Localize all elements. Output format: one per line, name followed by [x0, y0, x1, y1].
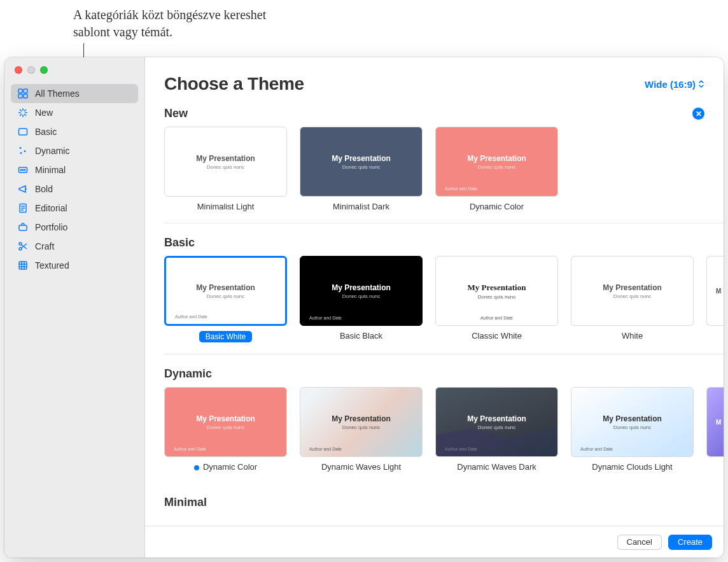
theme-thumbnail[interactable]: My PresentationDonec quis nuncAuthor and…: [435, 256, 558, 326]
thumbnail-subtitle: Donec quis nunc: [613, 293, 652, 299]
theme-thumbnail[interactable]: My PresentationDonec quis nuncAuthor and…: [164, 387, 287, 457]
page-title: Choose a Theme: [164, 74, 304, 94]
sidebar-item-editorial[interactable]: Editorial: [11, 199, 138, 218]
section-title: Basic: [164, 236, 195, 249]
theme-scroll-area[interactable]: New✕My PresentationDonec quis nuncMinima…: [145, 102, 724, 526]
sidebar-item-label: Craft: [35, 241, 54, 251]
minimize-window-icon[interactable]: [27, 66, 35, 74]
chevron-updown-icon: [698, 80, 704, 88]
rectangle-icon: [17, 126, 29, 137]
sidebar-item-portfolio[interactable]: Portfolio: [11, 218, 138, 237]
theme-thumbnail[interactable]: My PresentationDonec quis nunc: [571, 256, 694, 326]
theme-thumbnail[interactable]: My PresentationDonec quis nunc: [164, 127, 287, 197]
thumbnail-subtitle: Donec quis nunc: [445, 425, 549, 430]
zoom-window-icon[interactable]: [40, 66, 48, 74]
svg-point-8: [24, 169, 25, 171]
close-window-icon[interactable]: [15, 66, 22, 74]
theme-card[interactable]: My PresentationDonec quis nuncAuthor and…: [164, 387, 287, 472]
theme-thumbnail[interactable]: My PresentationDonec quis nuncAuthor and…: [164, 256, 287, 326]
thumbnail-title: My Presentation: [174, 414, 277, 423]
theme-card[interactable]: My PresentationDonec quis nuncAuthor and…: [435, 256, 558, 342]
theme-label: Basic White: [199, 331, 252, 342]
theme-row: My PresentationDonec quis nuncAuthor and…: [164, 256, 724, 355]
section-header-basic: Basic: [164, 236, 724, 249]
sidebar: All ThemesNewBasicDynamicMinimalBoldEdit…: [4, 57, 145, 558]
create-button[interactable]: Create: [668, 535, 712, 550]
sidebar-item-label: Basic: [35, 127, 57, 137]
sidebar-item-textured[interactable]: Textured: [11, 256, 138, 275]
section-title: Dynamic: [164, 367, 212, 381]
theme-thumbnail[interactable]: My PresentationDonec quis nuncAuthor and…: [435, 127, 558, 197]
thumbnail-footer: Author and Date: [175, 314, 207, 319]
sidebar-item-label: All Themes: [35, 88, 80, 99]
page-icon: [17, 202, 29, 214]
theme-thumbnail[interactable]: My PresentationDonec quis nuncAuthor and…: [300, 256, 423, 326]
theme-card[interactable]: My PresentationDonec quis nuncAuthor and…: [435, 127, 558, 211]
sparkle-icon: [17, 107, 29, 118]
thumbnail-footer: Author and Date: [445, 447, 477, 451]
thumbnail-footer: Author and Date: [309, 447, 342, 451]
main-panel: Choose a Theme Wide (16:9) New✕My Presen…: [145, 57, 724, 558]
theme-label: Dynamic Color: [164, 462, 287, 472]
thumbnail-title: My Presentation: [603, 283, 662, 292]
thumbnail-footer: Author and Date: [174, 447, 206, 451]
sidebar-item-craft[interactable]: Craft: [11, 237, 138, 256]
thumbnail-subtitle: Donec quis nunc: [309, 164, 413, 170]
scissors-icon: [17, 241, 29, 252]
theme-thumbnail-overflow[interactable]: M: [706, 256, 724, 326]
texture-icon: [17, 260, 29, 271]
thumbnail-title: My Presentation: [174, 154, 277, 163]
theme-thumbnail[interactable]: My PresentationDonec quis nuncAuthor and…: [435, 387, 558, 457]
theme-card[interactable]: My PresentationDonec quis nuncAuthor and…: [300, 256, 423, 342]
svg-rect-3: [24, 94, 27, 98]
svg-point-14: [19, 242, 22, 245]
sidebar-item-label: Dynamic: [35, 146, 69, 156]
sidebar-item-new[interactable]: New: [11, 103, 138, 122]
thumbnail-footer: Author and Date: [309, 316, 342, 320]
sidebar-item-label: New: [35, 108, 53, 118]
theme-row: My PresentationDonec quis nuncAuthor and…: [164, 387, 724, 483]
section-title: Minimal: [164, 496, 207, 509]
annotation-caption: A kategóriák közt böngészve kereshet sab…: [73, 6, 277, 41]
sidebar-item-basic[interactable]: Basic: [11, 122, 138, 141]
sidebar-item-dynamic[interactable]: Dynamic: [11, 141, 138, 160]
sidebar-item-minimal[interactable]: Minimal: [11, 160, 138, 179]
thumbnail-title: My Presentation: [175, 283, 276, 292]
thumbnail-subtitle: Donec quis nunc: [478, 294, 516, 300]
sidebar-item-bold[interactable]: Bold: [11, 179, 138, 199]
theme-card[interactable]: My PresentationDonec quis nuncWhite: [571, 256, 694, 342]
theme-label: Dynamic Color: [435, 202, 558, 211]
section-header-new: New✕: [164, 107, 724, 120]
theme-card[interactable]: My PresentationDonec quis nuncMinimalist…: [164, 127, 287, 211]
theme-thumbnail[interactable]: My PresentationDonec quis nunc: [300, 127, 423, 197]
svg-rect-13: [19, 225, 27, 230]
theme-label: Dynamic Waves Dark: [435, 462, 558, 472]
aspect-ratio-label: Wide (16:9): [645, 79, 696, 90]
megaphone-icon: [17, 183, 29, 195]
thumbnail-title: My Presentation: [445, 414, 549, 423]
theme-thumbnail[interactable]: My PresentationDonec quis nuncAuthor and…: [571, 387, 694, 457]
theme-card[interactable]: My PresentationDonec quis nuncAuthor and…: [435, 387, 558, 472]
theme-label: Minimalist Light: [164, 202, 287, 211]
thumbnail-title: My Presentation: [309, 414, 413, 423]
thumbnail-subtitle: Donec quis nunc: [309, 425, 413, 430]
close-section-icon[interactable]: ✕: [692, 108, 704, 120]
section-header-minimal: Minimal: [164, 496, 724, 509]
thumbnail-title: My Presentation: [580, 414, 684, 423]
thumbnail-subtitle: Donec quis nunc: [174, 164, 277, 170]
theme-card[interactable]: My PresentationDonec quis nuncAuthor and…: [300, 387, 423, 472]
theme-thumbnail-overflow[interactable]: M: [706, 387, 724, 457]
window-controls: [4, 57, 144, 84]
theme-label: Minimalist Dark: [300, 202, 423, 211]
thumbnail-subtitle: Donec quis nunc: [309, 293, 413, 299]
theme-card[interactable]: My PresentationDonec quis nuncAuthor and…: [571, 387, 694, 472]
theme-card[interactable]: My PresentationDonec quis nuncAuthor and…: [164, 256, 287, 342]
cancel-button[interactable]: Cancel: [617, 535, 662, 550]
aspect-ratio-dropdown[interactable]: Wide (16:9): [645, 79, 704, 90]
sidebar-item-label: Bold: [35, 184, 53, 194]
sidebar-list: All ThemesNewBasicDynamicMinimalBoldEdit…: [4, 84, 144, 275]
theme-thumbnail[interactable]: My PresentationDonec quis nuncAuthor and…: [300, 387, 423, 457]
theme-card[interactable]: My PresentationDonec quis nuncMinimalist…: [300, 127, 423, 211]
sidebar-item-all-themes[interactable]: All Themes: [11, 84, 138, 103]
thumbnail-subtitle: Donec quis nunc: [445, 164, 549, 170]
